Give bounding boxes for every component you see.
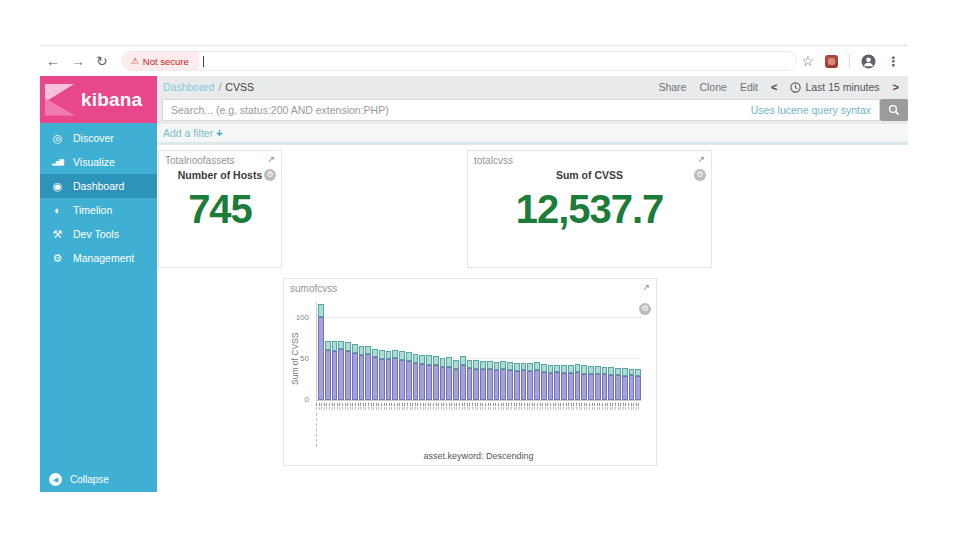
chart-bar[interactable] <box>608 367 614 400</box>
chart-bar[interactable] <box>440 358 446 400</box>
gear-icon[interactable]: ⚙ <box>264 169 276 181</box>
warning-icon: ⚠ <box>131 57 139 66</box>
management-icon: ⚙ <box>51 253 64 264</box>
kibana-app: kibana ◎ Discover ▂▅▇ Visualize ◉ Dashbo… <box>40 76 908 492</box>
chart-bar[interactable] <box>426 355 432 400</box>
profile-icon[interactable] <box>861 54 876 69</box>
chart-bar[interactable] <box>541 364 547 400</box>
share-button[interactable]: Share <box>658 81 686 93</box>
security-chip[interactable]: ⚠ Not secure <box>122 52 199 70</box>
sidebar-collapse-button[interactable]: ◀ Collapse <box>40 467 157 492</box>
dev-tools-icon: ⚒ <box>51 229 64 240</box>
chart-bar[interactable] <box>352 344 358 400</box>
sidebar-item-timelion[interactable]: ◐ Timelion <box>40 198 157 222</box>
chart-bar[interactable] <box>460 356 466 400</box>
sidebar-item-management[interactable]: ⚙ Management <box>40 246 157 270</box>
back-icon[interactable]: ← <box>46 54 60 68</box>
chart-bar[interactable] <box>406 352 412 400</box>
sidebar-item-label: Management <box>73 252 134 264</box>
panel-header: totalcvss ↗ <box>468 151 711 166</box>
search-icon <box>888 104 900 116</box>
expand-icon[interactable]: ↗ <box>642 283 650 292</box>
expand-icon[interactable]: ↗ <box>697 155 705 164</box>
chart-bar[interactable] <box>433 356 439 400</box>
chart-bar[interactable] <box>480 361 486 400</box>
chart-bar[interactable] <box>413 354 419 400</box>
chart-bar[interactable] <box>487 361 493 400</box>
chart-bar[interactable] <box>318 304 324 401</box>
x-axis-tick-labels <box>316 403 641 411</box>
clone-button[interactable]: Clone <box>699 81 726 93</box>
breadcrumb-separator: / <box>218 81 221 93</box>
sidebar-item-dashboard[interactable]: ◉ Dashboard <box>40 174 157 198</box>
chart-bar[interactable] <box>581 365 587 400</box>
time-forward-button[interactable]: > <box>893 81 899 93</box>
chart-bar[interactable] <box>635 369 641 400</box>
time-picker-button[interactable]: Last 15 minutes <box>790 81 879 93</box>
breadcrumb-dashboard-link[interactable]: Dashboard <box>163 81 214 93</box>
chart-bar[interactable] <box>561 365 567 400</box>
text-cursor <box>203 56 204 67</box>
add-filter-plus-icon[interactable]: + <box>216 127 222 139</box>
chart-bar[interactable] <box>419 355 425 400</box>
chart-bar[interactable] <box>568 365 574 400</box>
chart-bar[interactable] <box>494 362 500 400</box>
security-label: Not secure <box>143 56 189 67</box>
add-filter-link[interactable]: Add a filter <box>163 127 213 139</box>
chart-bar[interactable] <box>622 368 628 400</box>
search-button[interactable] <box>880 99 908 121</box>
chart-bar[interactable] <box>359 346 365 400</box>
chart-bar[interactable] <box>365 346 371 400</box>
forward-icon[interactable]: → <box>71 54 85 68</box>
chart-bar[interactable] <box>473 360 479 400</box>
sidebar-nav: ◎ Discover ▂▅▇ Visualize ◉ Dashboard ◐ T… <box>40 123 157 270</box>
chart-bar[interactable] <box>629 369 635 400</box>
browser-menu-icon[interactable]: ⋮ <box>887 54 900 69</box>
reload-icon[interactable]: ↻ <box>96 54 108 68</box>
chart-bar[interactable] <box>602 367 608 400</box>
kibana-logo-text: kibana <box>81 89 142 111</box>
dashboard-grid: Totalnoofassets ↗ ⚙ Number of Hosts 745 … <box>157 145 908 492</box>
edit-button[interactable]: Edit <box>740 81 758 93</box>
chart-bar[interactable] <box>615 368 621 400</box>
chart-bar[interactable] <box>379 350 385 400</box>
chart-bar[interactable] <box>453 360 459 400</box>
expand-icon[interactable]: ↗ <box>267 155 275 164</box>
browser-toolbar: ← → ↻ ⚠ Not secure ☆ ⋮ <box>40 46 908 76</box>
lucene-syntax-link[interactable]: Uses lucene query syntax <box>751 100 871 120</box>
filter-bar: Add a filter + <box>157 124 908 142</box>
chart-bar[interactable] <box>500 361 506 400</box>
gear-icon[interactable]: ⚙ <box>694 169 706 181</box>
chart-bar[interactable] <box>548 365 554 400</box>
chart-bar[interactable] <box>514 363 520 400</box>
bookmark-icon[interactable]: ☆ <box>801 53 814 69</box>
time-picker-label: Last 15 minutes <box>805 81 879 93</box>
chart-bar[interactable] <box>521 363 527 400</box>
chart-bar[interactable] <box>338 341 344 400</box>
chart-bar[interactable] <box>588 366 594 400</box>
chart-bar[interactable] <box>534 362 540 400</box>
address-bar[interactable]: ⚠ Not secure <box>121 51 797 71</box>
chart-bar[interactable] <box>372 349 378 400</box>
chart-bar[interactable] <box>332 341 338 400</box>
sidebar-item-visualize[interactable]: ▂▅▇ Visualize <box>40 150 157 174</box>
chart-bar[interactable] <box>527 363 533 400</box>
sidebar-item-dev-tools[interactable]: ⚒ Dev Tools <box>40 222 157 246</box>
chart-bar[interactable] <box>507 362 513 400</box>
chart-bar[interactable] <box>345 342 351 400</box>
sidebar: kibana ◎ Discover ▂▅▇ Visualize ◉ Dashbo… <box>40 76 157 492</box>
chart-bar[interactable] <box>467 360 473 400</box>
extension-icon[interactable] <box>825 55 838 68</box>
sidebar-item-discover[interactable]: ◎ Discover <box>40 126 157 150</box>
chart-bar[interactable] <box>325 341 331 400</box>
chart-bar[interactable] <box>595 366 601 400</box>
chart-bar[interactable] <box>399 351 405 400</box>
search-input[interactable]: Search... (e.g. status:200 AND extension… <box>162 99 880 121</box>
chart-bar[interactable] <box>386 351 392 401</box>
chart-bar[interactable] <box>575 364 581 400</box>
chart-bar[interactable] <box>446 357 452 400</box>
time-back-button[interactable]: < <box>771 81 777 93</box>
kibana-logo[interactable]: kibana <box>40 76 157 123</box>
chart-bar[interactable] <box>392 350 398 400</box>
chart-bar[interactable] <box>554 365 560 400</box>
